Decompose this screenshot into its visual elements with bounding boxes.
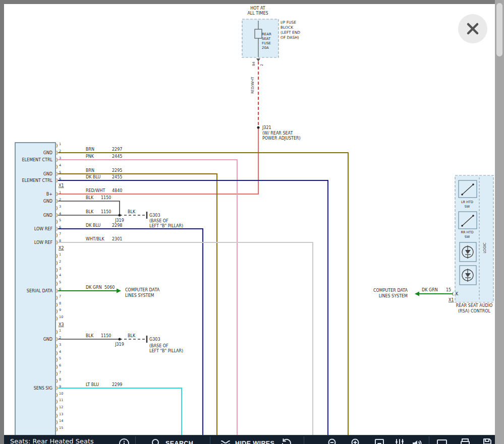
- search-button[interactable]: SEARCH: [150, 437, 193, 444]
- scrollbar-thumb[interactable]: [496, 3, 502, 56]
- conn-x2-pin-number: 7: [59, 294, 61, 298]
- fit-screen-button[interactable]: [373, 437, 385, 444]
- conn-x3-pin-number: 10: [59, 392, 63, 396]
- conn-x2-pin-number: 4: [59, 273, 61, 277]
- ground-label: (BASE OF: [149, 344, 169, 348]
- ground-label: LEFT "B" PILLAR): [149, 224, 183, 228]
- pin-function-label: ELEMENT CTRL: [22, 178, 53, 183]
- save-button[interactable]: [481, 437, 493, 444]
- conn-x3-pin-number: 8: [59, 377, 61, 382]
- conn-x1-pin-bracket: ): [56, 233, 58, 238]
- fuse-block-label: I/P FUSE: [281, 20, 296, 25]
- wire-color-label: LT BLU: [86, 383, 99, 387]
- wire-color-label: BLK: [86, 210, 94, 214]
- conn-x3-pin-bracket: ): [56, 378, 58, 384]
- circuit-number: 1150: [101, 334, 111, 338]
- history-button[interactable]: [281, 437, 293, 444]
- conn-x3-pin-bracket: ): [56, 393, 58, 398]
- conn-x2-pin-number: 9: [59, 308, 61, 312]
- x-icon: [458, 14, 487, 43]
- fuse-label: SEAT: [262, 37, 271, 41]
- hot-at-all-times-label: ALL TIMES: [247, 11, 268, 16]
- circuit-number: 2455: [112, 175, 122, 179]
- vertical-scrollbar[interactable]: [495, 0, 504, 444]
- conn-x1-pin-number: 5: [59, 218, 61, 222]
- rr-htd-switch-box: [459, 212, 477, 229]
- conn-x2-pin-bracket: ): [56, 316, 58, 321]
- conn-x1-pin-number: 6: [59, 225, 61, 229]
- toolbar-divider: [304, 436, 304, 444]
- data-lines-label: LINES SYSTEM: [125, 293, 154, 298]
- wiring-diagram: )1)2)3)4)5)6)1)2)3)4)5)6)7)8)1)2)3)4)5)6…: [0, 0, 504, 444]
- switch2-contact-b: [472, 215, 474, 217]
- toolbar-divider: [210, 436, 210, 444]
- conn-x3-pin-bracket: ): [56, 344, 58, 349]
- conn-x2-pin-bracket: ): [56, 309, 58, 314]
- pin-function-label: GND: [43, 199, 52, 204]
- junction-j321: [257, 126, 260, 129]
- conn-x2-pin-bracket: ): [56, 288, 58, 293]
- conn-x3-pin-bracket: ): [56, 337, 58, 342]
- conn-x1-pin-bracket: ): [56, 192, 58, 197]
- wire-color-label: BRN: [86, 168, 94, 173]
- zoom-in-button[interactable]: [350, 437, 362, 444]
- conn-x1-pin-number: 2: [59, 198, 61, 202]
- filters-button[interactable]: [394, 437, 406, 444]
- connector-section-label: X3: [59, 323, 64, 327]
- arrow-serial-data: [117, 289, 121, 293]
- wire-color-label: DK BLU: [86, 175, 100, 179]
- conn-x3-pin-bracket: ): [56, 357, 58, 362]
- conn-x1-pin-bracket: ): [56, 240, 58, 245]
- wire-dkblu-2298: [58, 229, 203, 437]
- conn-top-pin-number: 4: [59, 163, 61, 167]
- wire-whtblk-2301: [58, 242, 313, 437]
- conn-x2-pin-bracket: ): [56, 268, 58, 273]
- conn-x1-pin-number: 4: [59, 212, 61, 216]
- search-button-label: SEARCH: [165, 440, 193, 444]
- pin-function-label: GND: [43, 151, 52, 155]
- speaker-button[interactable]: [411, 437, 423, 444]
- conn-x3-pin-number: 2: [59, 336, 61, 340]
- conn-x3-pin-bracket: ): [56, 330, 58, 335]
- pin-function-label: GND: [43, 213, 52, 218]
- context-title-label: Seats: Rear Heated Seats: [10, 437, 94, 444]
- conn-x3-pin-number: 9: [59, 385, 61, 389]
- conn-x2-pin-number: 6: [59, 287, 61, 291]
- pin-function-label: ELEMENT CTRL: [22, 158, 53, 162]
- monitor-button[interactable]: [436, 437, 448, 444]
- conn-x3-pin-bracket: ): [56, 364, 58, 369]
- connector-section-label: X2: [59, 246, 64, 250]
- conn-x3-pin-bracket: ): [56, 406, 58, 411]
- history-icon: [281, 437, 293, 444]
- connector-section-label: X1: [449, 298, 454, 302]
- info-button[interactable]: [118, 437, 130, 444]
- conn-x2-pin-bracket: ): [56, 261, 58, 266]
- conn-x3-pin-bracket: ): [56, 413, 58, 418]
- conn-x1-pin-number: 1: [59, 191, 61, 195]
- rsa-title: REAR SEAT AUDIO: [456, 303, 493, 308]
- splice-label: J319: [115, 342, 124, 347]
- printer-button[interactable]: [459, 437, 471, 444]
- conn-x2-pin-bracket: ): [56, 295, 58, 300]
- wire-brn-2295: [58, 174, 217, 437]
- save-icon: [481, 437, 493, 444]
- conn-top-pin-bracket: ): [56, 171, 58, 176]
- circuit-number: 1150: [101, 210, 111, 214]
- data-lines-label: LINES SYSTEM: [379, 294, 408, 298]
- fuse-block-label: OF DASH): [281, 35, 299, 40]
- conn-top-pin-number: 1: [59, 142, 61, 146]
- speaker-icon: [411, 437, 423, 444]
- conn-x3-pin-bracket: ): [56, 427, 58, 432]
- hide-wires-button[interactable]: HIDE WIRES: [220, 437, 274, 444]
- close-button[interactable]: [458, 14, 487, 43]
- arrow-rsa-data: [415, 292, 419, 296]
- zoom-out-button[interactable]: [327, 437, 339, 444]
- conn-x2-pin-bracket: ): [56, 302, 58, 307]
- fuse-label: FUSE: [262, 41, 271, 45]
- circuit-number: 2298: [112, 223, 122, 228]
- rsa-title: (RSA) CONTROL: [458, 309, 491, 313]
- pin-function-label: GND: [43, 172, 52, 176]
- circuit-number: 2297: [112, 147, 122, 152]
- wire-color-label: PNK: [86, 154, 94, 159]
- context-title: Seats: Rear Heated Seats: [10, 437, 94, 444]
